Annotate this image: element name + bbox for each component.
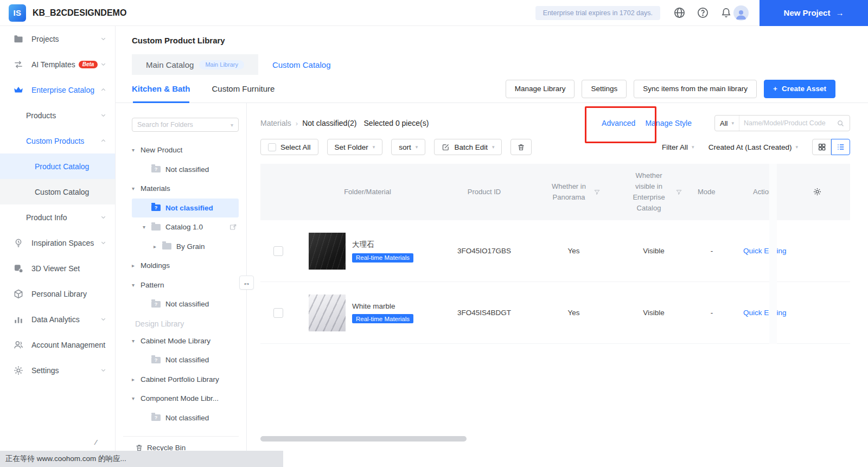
sidebar-item-label: AI Templates — [31, 60, 75, 69]
sidebar-item-account-management[interactable]: Account Management — [0, 332, 115, 357]
help-icon[interactable] — [697, 7, 709, 19]
sort-button[interactable]: sort ▾ — [391, 139, 425, 155]
app-logo[interactable]: IS — [9, 4, 26, 22]
material-name: White marble — [352, 302, 413, 310]
filter-funnel-icon[interactable] — [593, 189, 601, 196]
tree-item-new-product[interactable]: New Product — [132, 140, 239, 160]
tree-item-by-grain[interactable]: By Grain — [132, 237, 239, 257]
tree-item-cabinet-mode-library[interactable]: Cabinet Mode Library — [132, 331, 239, 351]
table-settings-gear-icon[interactable] — [813, 187, 822, 196]
button-label: Select All — [280, 143, 311, 151]
sidebar-item-custom-catalog[interactable]: Custom Catalog — [0, 179, 115, 204]
tab-custom-furniture[interactable]: Custom Furniture — [212, 75, 275, 103]
sidebar-item-projects[interactable]: Projects — [0, 26, 115, 52]
tree-item-not-classified[interactable]: Not classified — [132, 160, 239, 180]
filter-funnel-icon[interactable] — [675, 189, 682, 196]
folder-icon — [13, 34, 24, 44]
material-name: 大理石 — [352, 240, 413, 250]
material-thumbnail[interactable] — [309, 295, 346, 331]
arrow-right-icon: → — [835, 8, 844, 17]
subtab-label: Kitchen & Bath — [132, 84, 190, 93]
quick-editing-link[interactable]: Quick Editing — [743, 309, 787, 317]
row-checkbox[interactable] — [273, 308, 283, 318]
material-thumbnail[interactable] — [309, 233, 346, 270]
sidebar-item-custom-products[interactable]: Custom Products — [0, 128, 115, 153]
breadcrumb-parent[interactable]: Materials — [260, 119, 291, 127]
sidebar-item-label: Products — [26, 111, 56, 120]
sidebar-item-product-catalog[interactable]: Product Catalog — [0, 153, 115, 179]
tree-item-component-mode-library[interactable]: Component Mode Libr... — [132, 389, 239, 408]
sidebar-item-data-analytics[interactable]: Data Analytics — [0, 306, 115, 332]
tree-item-moldings[interactable]: Moldings — [132, 256, 239, 276]
sidebar-item-label: Settings — [31, 366, 59, 375]
sidebar-item-enterprise-catalog[interactable]: Enterprise Catalog — [0, 77, 115, 103]
tree-item-catalog-1-0[interactable]: Catalog 1.0 — [132, 217, 239, 237]
sidebar-item-personal-library[interactable]: Personal Library — [0, 281, 115, 306]
manage-style-link[interactable]: Manage Style — [645, 119, 692, 127]
tree-item-not-classified-selected[interactable]: Not classified — [132, 199, 239, 218]
tree-item-pattern[interactable]: Pattern — [132, 276, 239, 295]
list-view-button[interactable] — [831, 139, 850, 155]
sidebar-item-inspiration-spaces[interactable]: Inspiration Spaces — [0, 230, 115, 255]
row-checkbox-cell — [260, 308, 296, 318]
new-project-button[interactable]: New Project → — [760, 0, 868, 26]
tree-item-label: Not classified — [165, 300, 209, 308]
row-actions: Quick Editing — [733, 247, 850, 255]
row-material-cell: White marble Real-time Materials — [296, 295, 439, 331]
advanced-link[interactable]: Advanced — [602, 119, 635, 127]
tree-item-materials[interactable]: Materials — [132, 179, 239, 199]
tree-item-cabinet-portfolio-library[interactable]: Cabinet Portfolio Library — [132, 370, 239, 389]
header-actions: Manage Library Settings Sync items from … — [506, 80, 835, 98]
sidebar-item-3d-viewer-set[interactable]: 3D Viewer Set — [0, 255, 115, 281]
catalog-tabs: Main Catalog Main Library Custom Catalog — [132, 54, 344, 75]
gear-icon — [13, 365, 24, 376]
sort-by-dropdown[interactable]: Created At (Last Created) ▾ — [709, 143, 798, 151]
column-whether-visible: Whether visible in Enterprise Catalog — [618, 170, 689, 214]
row-visible: Visible — [618, 247, 689, 255]
table-row: 大理石 Real-time Materials 3FO45IO17GBS Yes… — [260, 220, 850, 282]
filter-all-dropdown[interactable]: Filter All ▾ — [662, 143, 694, 151]
grid-view-button[interactable] — [812, 139, 831, 155]
sidebar-item-settings[interactable]: Settings — [0, 357, 115, 383]
sidebar-item-products[interactable]: Products — [0, 103, 115, 128]
plus-icon: + — [773, 85, 777, 93]
sync-folder-icon[interactable] — [229, 223, 238, 232]
sync-items-button[interactable]: Sync items from the main library — [634, 80, 757, 98]
tree-item-not-classified[interactable]: Not classified — [132, 408, 239, 428]
tab-kitchen-and-bath[interactable]: Kitchen & Bath — [132, 75, 190, 103]
button-label: Set Folder — [335, 143, 368, 151]
search-scope-select[interactable]: All ▾ — [715, 116, 739, 131]
select-all-button[interactable]: Select All — [260, 139, 318, 155]
set-folder-button[interactable]: Set Folder ▾ — [327, 139, 383, 155]
tab-main-catalog[interactable]: Main Catalog Main Library — [132, 54, 258, 75]
panel-resize-handle[interactable]: ↔ — [239, 276, 254, 290]
tree-item-label: Moldings — [141, 261, 170, 270]
row-checkbox[interactable] — [273, 246, 283, 256]
user-avatar[interactable] — [733, 5, 749, 21]
horizontal-scrollbar[interactable] — [260, 436, 467, 442]
recycle-bin[interactable]: Recycle Bin — [123, 436, 239, 452]
quick-editing-link[interactable]: Quick Editing — [743, 247, 787, 255]
delete-button[interactable] — [510, 139, 532, 155]
tree-item-not-classified[interactable]: Not classified — [132, 350, 239, 370]
search-input[interactable] — [739, 119, 837, 127]
globe-icon[interactable] — [673, 7, 686, 19]
folder-search-select[interactable]: Search for Folders ▾ — [132, 118, 239, 132]
breadcrumb-separator: › — [296, 119, 298, 127]
list-icon — [837, 143, 845, 151]
create-asset-button[interactable]: + Create Asset — [764, 80, 835, 98]
search-icon[interactable] — [837, 119, 845, 127]
tree-item-label: Not classified — [165, 204, 213, 212]
tree-item-not-classified[interactable]: Not classified — [132, 295, 239, 314]
lightbulb-icon — [13, 238, 24, 248]
row-mode: - — [689, 247, 726, 255]
batch-edit-button[interactable]: Batch Edit ▾ — [434, 139, 502, 155]
settings-button[interactable]: Settings — [582, 80, 627, 98]
notification-bell-icon[interactable] — [720, 7, 732, 19]
caret-down-icon: ▾ — [231, 122, 233, 128]
tab-custom-catalog[interactable]: Custom Catalog — [258, 54, 345, 75]
select-all-checkbox[interactable] — [268, 143, 276, 151]
sidebar-item-product-info[interactable]: Product Info — [0, 204, 115, 230]
sidebar-item-ai-templates[interactable]: AI Templates Beta — [0, 52, 115, 77]
manage-library-button[interactable]: Manage Library — [506, 80, 575, 98]
